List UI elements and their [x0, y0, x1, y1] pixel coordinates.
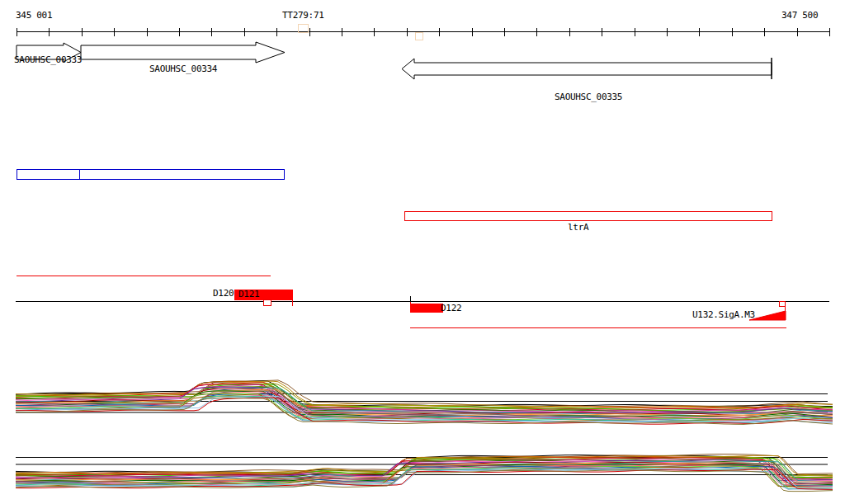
genome-browser: { "ruler": { "start_label": "345 001", "… — [0, 0, 845, 504]
coverage-trace — [16, 389, 833, 415]
coverage-plots[interactable] — [0, 0, 845, 504]
